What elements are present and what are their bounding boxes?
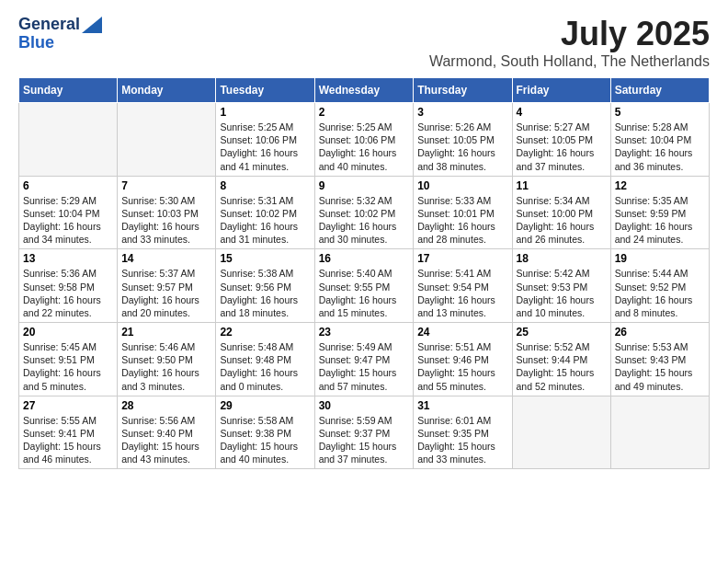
day-info: Sunrise: 5:35 AM Sunset: 9:59 PM Dayligh… xyxy=(615,194,705,247)
day-number: 2 xyxy=(319,106,410,119)
calendar-cell: 9Sunrise: 5:32 AM Sunset: 10:02 PM Dayli… xyxy=(314,176,414,249)
day-info: Sunrise: 5:58 AM Sunset: 9:38 PM Dayligh… xyxy=(220,414,310,466)
calendar-cell: 29Sunrise: 5:58 AM Sunset: 9:38 PM Dayli… xyxy=(216,396,314,469)
weekday-header: Tuesday xyxy=(216,78,314,103)
day-info: Sunrise: 5:46 AM Sunset: 9:50 PM Dayligh… xyxy=(121,340,211,393)
calendar-week-row: 20Sunrise: 5:45 AM Sunset: 9:51 PM Dayli… xyxy=(19,323,710,396)
day-info: Sunrise: 5:33 AM Sunset: 10:01 PM Daylig… xyxy=(417,194,507,247)
calendar-cell: 24Sunrise: 5:51 AM Sunset: 9:46 PM Dayli… xyxy=(414,323,512,396)
calendar-table: SundayMondayTuesdayWednesdayThursdayFrid… xyxy=(18,77,710,469)
day-info: Sunrise: 5:31 AM Sunset: 10:02 PM Daylig… xyxy=(220,194,310,247)
calendar-cell: 6Sunrise: 5:29 AM Sunset: 10:04 PM Dayli… xyxy=(19,176,118,249)
day-number: 25 xyxy=(517,326,607,339)
calendar-week-row: 1Sunrise: 5:25 AM Sunset: 10:06 PM Dayli… xyxy=(19,103,710,177)
page-container: General Blue July 2025 Warmond, South Ho… xyxy=(0,0,728,484)
month-title: July 2025 xyxy=(429,15,710,53)
weekday-header: Thursday xyxy=(414,78,512,103)
day-number: 3 xyxy=(417,106,507,119)
day-info: Sunrise: 5:30 AM Sunset: 10:03 PM Daylig… xyxy=(121,194,211,247)
day-info: Sunrise: 5:42 AM Sunset: 9:53 PM Dayligh… xyxy=(517,267,607,319)
day-info: Sunrise: 5:45 AM Sunset: 9:51 PM Dayligh… xyxy=(23,340,113,393)
calendar-cell: 26Sunrise: 5:53 AM Sunset: 9:43 PM Dayli… xyxy=(610,323,709,396)
calendar-cell: 25Sunrise: 5:52 AM Sunset: 9:44 PM Dayli… xyxy=(512,323,610,396)
day-number: 13 xyxy=(23,252,113,265)
calendar-cell: 5Sunrise: 5:28 AM Sunset: 10:04 PM Dayli… xyxy=(610,103,709,177)
calendar-header-row: SundayMondayTuesdayWednesdayThursdayFrid… xyxy=(19,78,710,103)
calendar-cell: 4Sunrise: 5:27 AM Sunset: 10:05 PM Dayli… xyxy=(512,103,610,177)
day-info: Sunrise: 5:52 AM Sunset: 9:44 PM Dayligh… xyxy=(517,340,607,393)
day-info: Sunrise: 5:25 AM Sunset: 10:06 PM Daylig… xyxy=(220,121,310,173)
calendar-cell xyxy=(19,103,118,177)
calendar-cell: 2Sunrise: 5:25 AM Sunset: 10:06 PM Dayli… xyxy=(314,103,414,177)
day-info: Sunrise: 5:49 AM Sunset: 9:47 PM Dayligh… xyxy=(319,340,410,393)
calendar-week-row: 13Sunrise: 5:36 AM Sunset: 9:58 PM Dayli… xyxy=(19,249,710,323)
day-info: Sunrise: 5:38 AM Sunset: 9:56 PM Dayligh… xyxy=(220,267,310,319)
svg-marker-0 xyxy=(82,17,102,33)
day-number: 7 xyxy=(121,179,211,192)
day-info: Sunrise: 5:26 AM Sunset: 10:05 PM Daylig… xyxy=(417,121,507,173)
calendar-cell: 11Sunrise: 5:34 AM Sunset: 10:00 PM Dayl… xyxy=(512,176,610,249)
day-info: Sunrise: 5:28 AM Sunset: 10:04 PM Daylig… xyxy=(615,121,705,173)
calendar-cell: 10Sunrise: 5:33 AM Sunset: 10:01 PM Dayl… xyxy=(414,176,512,249)
weekday-header: Friday xyxy=(512,78,610,103)
day-number: 11 xyxy=(517,179,607,192)
calendar-cell: 23Sunrise: 5:49 AM Sunset: 9:47 PM Dayli… xyxy=(314,323,414,396)
day-number: 5 xyxy=(615,106,705,119)
calendar-cell: 3Sunrise: 5:26 AM Sunset: 10:05 PM Dayli… xyxy=(414,103,512,177)
day-info: Sunrise: 5:25 AM Sunset: 10:06 PM Daylig… xyxy=(319,121,410,173)
day-info: Sunrise: 5:27 AM Sunset: 10:05 PM Daylig… xyxy=(517,121,607,173)
day-info: Sunrise: 5:37 AM Sunset: 9:57 PM Dayligh… xyxy=(121,267,211,319)
day-number: 12 xyxy=(615,179,705,192)
calendar-cell xyxy=(610,396,709,469)
day-number: 16 xyxy=(319,252,410,265)
day-number: 21 xyxy=(121,326,211,339)
calendar-cell: 27Sunrise: 5:55 AM Sunset: 9:41 PM Dayli… xyxy=(19,396,118,469)
day-number: 19 xyxy=(615,252,705,265)
calendar-cell: 12Sunrise: 5:35 AM Sunset: 9:59 PM Dayli… xyxy=(610,176,709,249)
calendar-cell: 19Sunrise: 5:44 AM Sunset: 9:52 PM Dayli… xyxy=(610,249,709,323)
day-info: Sunrise: 5:32 AM Sunset: 10:02 PM Daylig… xyxy=(319,194,410,247)
day-number: 18 xyxy=(517,252,607,265)
calendar-cell xyxy=(512,396,610,469)
day-number: 17 xyxy=(417,252,507,265)
day-info: Sunrise: 5:44 AM Sunset: 9:52 PM Dayligh… xyxy=(615,267,705,319)
calendar-cell: 30Sunrise: 5:59 AM Sunset: 9:37 PM Dayli… xyxy=(314,396,414,469)
header: General Blue July 2025 Warmond, South Ho… xyxy=(18,15,710,70)
day-number: 30 xyxy=(319,399,410,412)
weekday-header: Monday xyxy=(118,78,216,103)
calendar-cell: 13Sunrise: 5:36 AM Sunset: 9:58 PM Dayli… xyxy=(19,249,118,323)
day-number: 6 xyxy=(23,179,113,192)
logo-icon xyxy=(82,17,102,33)
logo: General Blue xyxy=(18,15,102,52)
day-info: Sunrise: 5:40 AM Sunset: 9:55 PM Dayligh… xyxy=(319,267,410,319)
day-info: Sunrise: 5:51 AM Sunset: 9:46 PM Dayligh… xyxy=(417,340,507,393)
day-number: 28 xyxy=(121,399,211,412)
day-number: 29 xyxy=(220,399,310,412)
calendar-week-row: 27Sunrise: 5:55 AM Sunset: 9:41 PM Dayli… xyxy=(19,396,710,469)
calendar-cell: 28Sunrise: 5:56 AM Sunset: 9:40 PM Dayli… xyxy=(118,396,216,469)
day-number: 4 xyxy=(517,106,607,119)
day-number: 27 xyxy=(23,399,113,412)
day-number: 15 xyxy=(220,252,310,265)
calendar-cell: 20Sunrise: 5:45 AM Sunset: 9:51 PM Dayli… xyxy=(19,323,118,396)
day-number: 10 xyxy=(417,179,507,192)
day-info: Sunrise: 5:29 AM Sunset: 10:04 PM Daylig… xyxy=(23,194,113,247)
calendar-cell: 15Sunrise: 5:38 AM Sunset: 9:56 PM Dayli… xyxy=(216,249,314,323)
calendar-cell: 8Sunrise: 5:31 AM Sunset: 10:02 PM Dayli… xyxy=(216,176,314,249)
day-info: Sunrise: 5:56 AM Sunset: 9:40 PM Dayligh… xyxy=(121,414,211,466)
day-info: Sunrise: 5:59 AM Sunset: 9:37 PM Dayligh… xyxy=(319,414,410,466)
logo-line1: General xyxy=(18,15,80,33)
day-info: Sunrise: 6:01 AM Sunset: 9:35 PM Dayligh… xyxy=(417,414,507,466)
day-info: Sunrise: 5:55 AM Sunset: 9:41 PM Dayligh… xyxy=(23,414,113,466)
calendar-cell: 14Sunrise: 5:37 AM Sunset: 9:57 PM Dayli… xyxy=(118,249,216,323)
day-number: 1 xyxy=(220,106,310,119)
day-number: 22 xyxy=(220,326,310,339)
weekday-header: Sunday xyxy=(19,78,118,103)
calendar-cell: 21Sunrise: 5:46 AM Sunset: 9:50 PM Dayli… xyxy=(118,323,216,396)
logo-text: General xyxy=(18,15,102,35)
calendar-cell: 1Sunrise: 5:25 AM Sunset: 10:06 PM Dayli… xyxy=(216,103,314,177)
location-title: Warmond, South Holland, The Netherlands xyxy=(429,53,710,70)
day-number: 8 xyxy=(220,179,310,192)
calendar-week-row: 6Sunrise: 5:29 AM Sunset: 10:04 PM Dayli… xyxy=(19,176,710,249)
day-number: 26 xyxy=(615,326,705,339)
